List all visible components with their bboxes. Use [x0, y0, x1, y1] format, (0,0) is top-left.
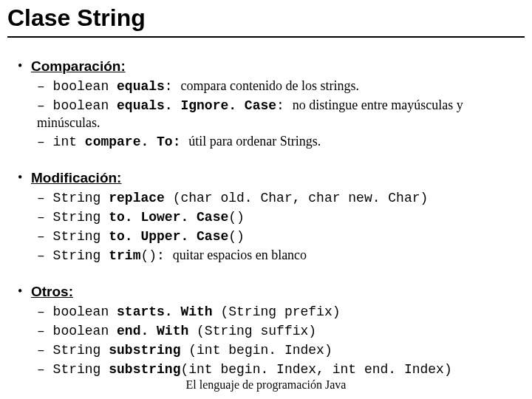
return-type: boolean — [53, 324, 117, 338]
method-desc: quitar espacios en blanco — [173, 248, 307, 262]
list-item: – String replace (char old. Char, char n… — [37, 189, 525, 207]
return-type: boolean — [53, 98, 117, 113]
return-type: String — [53, 191, 109, 205]
method-signature: () — [228, 229, 245, 244]
method-name: end. With — [117, 324, 197, 338]
method-name: replace — [109, 191, 172, 205]
list-item: – boolean equals: compara contenido de l… — [37, 78, 525, 95]
page-title: Clase String — [7, 4, 525, 32]
method-signature: () — [228, 210, 245, 225]
method-name: substring — [109, 362, 180, 377]
method-name: to. Upper. Case — [109, 229, 228, 244]
section-comparacion: •Comparación: – boolean equals: compara … — [7, 58, 525, 151]
list-item: – int compare. To: útil para ordenar Str… — [37, 133, 525, 151]
content-area: •Comparación: – boolean equals: compara … — [7, 58, 525, 378]
list-item: – boolean starts. With (String prefix) — [37, 303, 525, 321]
section-heading: Otros: — [31, 284, 73, 299]
method-signature: (String prefix) — [220, 304, 340, 319]
section-modificacion: •Modificación: – String replace (char ol… — [7, 170, 525, 265]
list-item: – String to. Lower. Case() — [37, 208, 525, 226]
list-item: – String substring(int begin. Index, int… — [37, 361, 525, 378]
slide: Clase String •Comparación: – boolean equ… — [0, 0, 532, 399]
method-name: starts. With — [117, 304, 220, 319]
method-signature: : — [165, 79, 181, 94]
method-signature: (int begin. Index, int end. Index) — [180, 362, 451, 377]
return-type: String — [53, 362, 109, 377]
footer-text: El lenguaje de programación Java — [0, 378, 532, 392]
return-type: String — [53, 248, 109, 263]
return-type: String — [53, 229, 109, 244]
list-item: – boolean end. With (String suffix) — [37, 322, 525, 340]
title-rule — [7, 36, 525, 38]
section-heading: Comparación: — [31, 58, 126, 74]
section-otros: •Otros: – boolean starts. With (String p… — [7, 284, 525, 378]
list-item: – String substring (int begin. Index) — [37, 341, 525, 359]
method-name: to. Lower. Case — [109, 210, 228, 225]
method-name: equals. Ignore. Case — [117, 98, 276, 113]
return-type: int — [53, 134, 85, 149]
method-signature: (int begin. Index) — [188, 343, 332, 358]
method-name: compare. To: — [85, 134, 188, 149]
method-signature: : — [276, 98, 293, 113]
return-type: String — [53, 210, 109, 225]
return-type: boolean — [53, 304, 117, 319]
method-desc: compara contenido de los strings. — [180, 78, 358, 93]
list-item: – boolean equals. Ignore. Case: no disti… — [37, 97, 525, 132]
method-signature: (String suffix) — [197, 324, 316, 338]
method-signature: (char old. Char, char new. Char) — [173, 191, 429, 205]
list-item: – String trim(): quitar espacios en blan… — [37, 247, 525, 265]
method-name: equals — [117, 79, 165, 94]
method-name: substring — [109, 343, 188, 358]
list-item: – String to. Upper. Case() — [37, 228, 525, 245]
method-name: trim — [109, 248, 140, 263]
return-type: boolean — [53, 79, 117, 94]
section-heading: Modificación: — [31, 170, 121, 185]
method-signature: (): — [140, 248, 172, 263]
method-desc: útil para ordenar Strings. — [188, 134, 321, 149]
return-type: String — [53, 343, 109, 358]
